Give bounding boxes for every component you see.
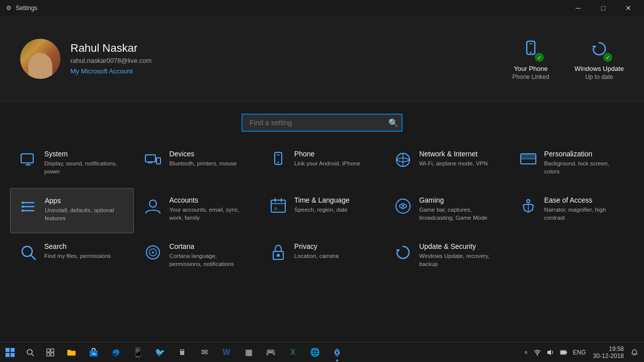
cortana-icon bbox=[144, 243, 162, 261]
settings-item-accounts[interactable]: Accounts Your accounts, email, sync, wor… bbox=[135, 188, 259, 233]
settings-item-cortana[interactable]: Cortana Cortana language, permissions, n… bbox=[135, 234, 259, 280]
system-tray[interactable]: ∧ bbox=[522, 342, 530, 362]
settings-item-devices[interactable]: Devices Bluetooth, printers, mouse bbox=[135, 142, 259, 187]
time-icon: A bbox=[269, 197, 287, 215]
gaming-desc: Game bar, captures, broadcasting, Game M… bbox=[419, 206, 500, 222]
svg-point-12 bbox=[277, 162, 279, 163]
phone-text: Phone Link your Android, iPhone bbox=[294, 150, 360, 167]
settings-item-gaming[interactable]: Gaming Game bar, captures, broadcasting,… bbox=[385, 188, 509, 233]
svg-rect-60 bbox=[561, 351, 566, 354]
settings-item-network[interactable]: Network & Internet Wi-Fi, airplane mode,… bbox=[385, 142, 509, 187]
svg-point-30 bbox=[396, 199, 410, 213]
battery-icon-taskbar[interactable] bbox=[558, 342, 569, 362]
svg-text:🛍: 🛍 bbox=[92, 352, 96, 355]
sound-icon-taskbar[interactable] bbox=[545, 342, 556, 362]
taskbar-browser[interactable]: 🌐 bbox=[304, 342, 326, 363]
svg-line-36 bbox=[31, 255, 35, 259]
start-button[interactable] bbox=[0, 342, 20, 363]
avatar bbox=[20, 39, 60, 79]
taskbar-store[interactable]: 🛍 bbox=[83, 342, 105, 363]
svg-rect-59 bbox=[566, 351, 567, 353]
accounts-desc: Your accounts, email, sync, work, family bbox=[169, 206, 250, 222]
devices-text: Devices Bluetooth, printers, mouse bbox=[169, 150, 236, 167]
taskbar-whatsapp[interactable]: 📱 bbox=[127, 342, 149, 363]
maximize-button[interactable]: □ bbox=[592, 0, 615, 16]
search-input[interactable] bbox=[242, 114, 403, 132]
system-title: System bbox=[44, 150, 125, 158]
profile-section: Rahul Naskar rahul.naskar0078@live.com M… bbox=[20, 39, 151, 79]
avatar-face bbox=[28, 53, 52, 79]
update-text: Update & Security Windows Update, recove… bbox=[419, 242, 500, 268]
network-icon bbox=[394, 151, 412, 169]
svg-rect-4 bbox=[21, 154, 33, 163]
taskbar-mail[interactable]: ✉ bbox=[193, 342, 215, 363]
search-text: Search Find my files, permissions bbox=[44, 242, 111, 260]
settings-item-personalization[interactable]: Personalization Background, lock screen,… bbox=[510, 142, 634, 187]
close-button[interactable]: ✕ bbox=[617, 0, 640, 16]
ease-text: Ease of Access Narrator, magnifier, high… bbox=[544, 196, 625, 222]
personalization-text: Personalization Background, lock screen,… bbox=[544, 150, 625, 175]
svg-point-33 bbox=[527, 200, 530, 203]
network-icon-taskbar[interactable] bbox=[532, 342, 543, 362]
taskbar-calculator[interactable]: 🖩 bbox=[171, 342, 193, 363]
settings-item-privacy[interactable]: Privacy Location, camera bbox=[260, 234, 384, 280]
search-button[interactable]: 🔍 bbox=[388, 118, 398, 128]
settings-item-update[interactable]: Update & Security Windows Update, recove… bbox=[385, 234, 509, 280]
privacy-title: Privacy bbox=[294, 242, 339, 250]
svg-rect-7 bbox=[145, 155, 155, 162]
status-items: ✓ Your Phone Phone Linked ✓ Windows Upda… bbox=[512, 37, 624, 80]
taskbar-game[interactable]: 🎮 bbox=[260, 342, 282, 363]
personalization-desc: Background, lock screen, colors bbox=[544, 159, 625, 175]
apps-icon bbox=[20, 198, 38, 216]
settings-item-search[interactable]: Search Find my files, permissions bbox=[10, 234, 134, 280]
svg-point-2 bbox=[530, 52, 532, 53]
microsoft-account-link[interactable]: My Microsoft Account bbox=[70, 67, 133, 75]
settings-item-phone[interactable]: Phone Link your Android, iPhone bbox=[260, 142, 384, 187]
svg-rect-25 bbox=[271, 200, 285, 212]
store-icon: 🛍 bbox=[89, 347, 99, 357]
svg-point-55 bbox=[336, 351, 339, 354]
taskbar-file-explorer[interactable] bbox=[60, 342, 83, 363]
svg-point-39 bbox=[152, 251, 154, 253]
accounts-title: Accounts bbox=[169, 196, 250, 204]
language-button[interactable]: ENG bbox=[571, 342, 588, 362]
svg-point-31 bbox=[399, 205, 403, 208]
settings-item-time[interactable]: A Time & Language Speech, region, date bbox=[260, 188, 384, 233]
phone-settings-icon bbox=[269, 151, 287, 169]
phone-check-icon: ✓ bbox=[535, 53, 544, 62]
taskbar-settings[interactable] bbox=[326, 342, 348, 363]
update-title: Update & Security bbox=[419, 242, 500, 250]
windows-update-status[interactable]: ✓ Windows Update Up to date bbox=[575, 37, 624, 80]
taskbar-twitter[interactable]: 🐦 bbox=[149, 342, 171, 363]
chevron-up-icon: ∧ bbox=[524, 349, 528, 355]
title-bar-left: ⚙ Settings bbox=[6, 5, 37, 12]
settings-item-apps[interactable]: Apps Uninstall, defaults, optional featu… bbox=[10, 188, 134, 233]
clock[interactable]: 19:58 30-12-2018 bbox=[590, 342, 627, 362]
system-text: System Display, sound, notifications, po… bbox=[44, 150, 125, 175]
svg-point-32 bbox=[404, 205, 407, 208]
settings-item-ease[interactable]: Ease of Access Narrator, magnifier, high… bbox=[510, 188, 634, 233]
windows-update-icon-wrap: ✓ bbox=[587, 37, 611, 61]
ease-title: Ease of Access bbox=[544, 196, 625, 204]
cortana-desc: Cortana language, permissions, notificat… bbox=[169, 252, 250, 268]
taskbar-search-icon bbox=[26, 348, 34, 356]
windows-logo-icon bbox=[6, 348, 15, 357]
devices-icon bbox=[144, 151, 162, 169]
your-phone-status[interactable]: ✓ Your Phone Phone Linked bbox=[512, 37, 549, 80]
taskbar-edge[interactable] bbox=[105, 342, 127, 363]
minimize-button[interactable]: ─ bbox=[567, 0, 590, 16]
network-desc: Wi-Fi, airplane mode, VPN bbox=[419, 159, 488, 167]
taskbar-word[interactable]: W bbox=[215, 342, 237, 363]
update-desc: Windows Update, recovery, backup bbox=[419, 252, 500, 268]
taskbar-qr[interactable]: ▦ bbox=[237, 342, 260, 363]
search-box: 🔍 bbox=[242, 114, 403, 132]
title-bar-controls: ─ □ ✕ bbox=[567, 0, 640, 16]
svg-point-56 bbox=[536, 354, 537, 355]
task-view-button[interactable] bbox=[40, 342, 60, 363]
settings-item-system[interactable]: System Display, sound, notifications, po… bbox=[10, 142, 134, 187]
taskbar-search-button[interactable] bbox=[20, 342, 40, 363]
windows-update-label: Windows Update bbox=[575, 65, 624, 72]
taskbar-excel[interactable]: X bbox=[282, 342, 304, 363]
notification-button[interactable] bbox=[629, 342, 640, 362]
devices-desc: Bluetooth, printers, mouse bbox=[169, 159, 236, 167]
